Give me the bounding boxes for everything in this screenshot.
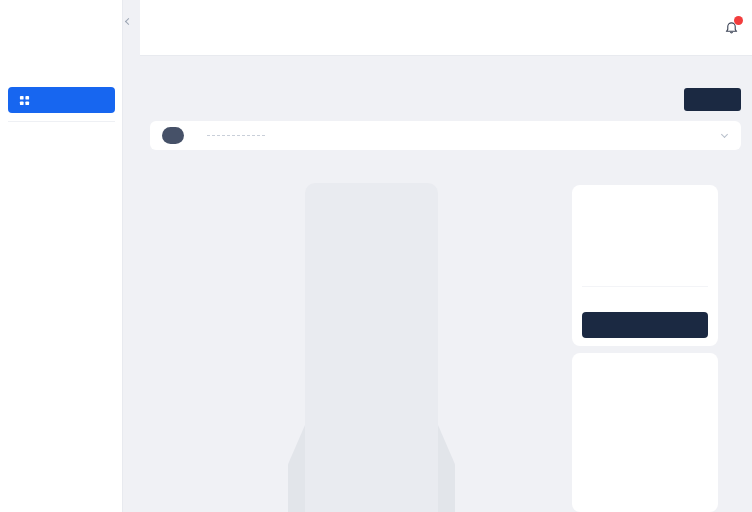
sidebar: [0, 0, 123, 512]
fuselage: [305, 183, 438, 512]
dashboard-grid-icon: [19, 95, 30, 106]
flight-summary-bar[interactable]: [150, 121, 741, 150]
right-wing: [438, 425, 455, 512]
notification-badge: [734, 16, 743, 25]
leg-badge: [162, 127, 184, 144]
notification-bell-icon[interactable]: [725, 20, 738, 34]
user-area[interactable]: [719, 20, 738, 34]
chevron-left-icon: [125, 18, 132, 25]
seat-map: [288, 183, 454, 512]
divider: [582, 286, 708, 287]
route-line: [207, 135, 265, 136]
chevron-down-icon[interactable]: [721, 131, 728, 138]
app-root: [0, 0, 752, 512]
next-flight-button[interactable]: [582, 312, 708, 338]
sidebar-divider: [8, 121, 115, 122]
passenger-card: [572, 185, 718, 346]
dashboard-button[interactable]: [8, 87, 115, 113]
left-wing: [288, 425, 305, 512]
sidebar-collapse-button[interactable]: [126, 10, 135, 19]
topbar: [140, 0, 752, 56]
complete-selection-button[interactable]: [684, 88, 741, 111]
fare-class-card: [572, 353, 718, 512]
